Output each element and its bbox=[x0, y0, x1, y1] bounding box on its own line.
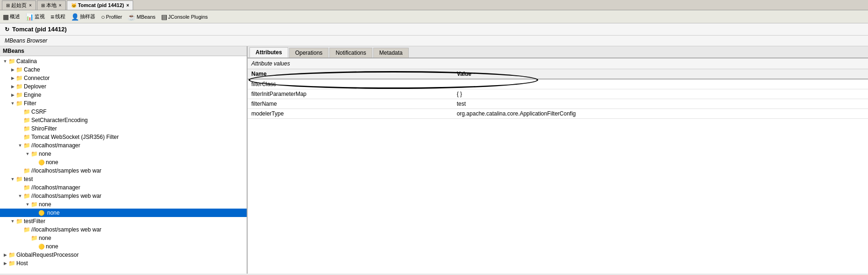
toolbar-jconsole[interactable]: ▤ JConsole Plugins bbox=[161, 13, 208, 21]
tree-node[interactable]: 📁none bbox=[0, 234, 247, 242]
tab-tomcat-close[interactable]: × bbox=[127, 3, 129, 8]
toolbar-threads[interactable]: ≡ 线程 bbox=[50, 13, 65, 21]
expand-icon[interactable]: ▼ bbox=[24, 202, 31, 207]
profiler-label: Profiler bbox=[106, 14, 122, 20]
expand-icon[interactable]: ▶ bbox=[9, 84, 16, 89]
tree-node[interactable]: 📁//localhost/manager bbox=[0, 183, 247, 192]
expand-icon[interactable]: ▼ bbox=[17, 194, 23, 198]
threads-label: 线程 bbox=[55, 13, 65, 20]
node-label: //localhost/manager bbox=[31, 184, 80, 191]
title-bar: ↻ Tomcat (pid 14412) bbox=[0, 23, 868, 36]
expand-icon[interactable]: ▼ bbox=[24, 152, 31, 156]
attr-name-cell: filterClass bbox=[248, 79, 453, 89]
tab-local-label: 本地 bbox=[46, 2, 57, 9]
tree-node[interactable]: ▼📁none bbox=[0, 150, 247, 158]
tree-node[interactable]: ▶📁Deplover bbox=[0, 82, 247, 91]
tab-start[interactable]: ⊞ 起始页 × bbox=[2, 0, 36, 10]
tree-node[interactable]: ▶📁Connector bbox=[0, 74, 247, 82]
tab-start-close[interactable]: × bbox=[29, 3, 32, 8]
expand-icon[interactable]: ▼ bbox=[17, 143, 23, 148]
tab-tomcat-icon: 🐱 bbox=[71, 3, 77, 8]
tree-node[interactable]: ▼📁Filter bbox=[0, 99, 247, 108]
attr-name-cell: filterName bbox=[248, 99, 453, 109]
expand-icon[interactable]: ▶ bbox=[9, 93, 16, 97]
tree-node[interactable]: 📁Tomcat WebSocket (JSR356) Filter bbox=[0, 133, 247, 141]
expand-icon[interactable]: ▶ bbox=[9, 67, 16, 72]
node-label: ShiroFilter bbox=[31, 125, 57, 132]
tree-node[interactable]: ▼📁testFilter bbox=[0, 217, 247, 225]
table-row[interactable]: filterNametest bbox=[248, 99, 868, 109]
node-label: //localhost/samples web war bbox=[31, 167, 101, 174]
tree-node[interactable]: 🟡none bbox=[0, 158, 247, 166]
tab-start-label: 起始页 bbox=[11, 2, 27, 9]
tree-area[interactable]: ▼📁Catalina▶📁Cache▶📁Connector▶📁Deplover▶📁… bbox=[0, 56, 247, 274]
node-label: SetCharacterEncoding bbox=[31, 117, 88, 123]
tree-node[interactable]: 📁ShiroFilter bbox=[0, 124, 247, 133]
toolbar-profiler[interactable]: ○ Profiler bbox=[101, 13, 122, 21]
tab-local-close[interactable]: × bbox=[59, 3, 62, 8]
toolbar-sampler[interactable]: 👤 抽样器 bbox=[71, 13, 95, 21]
tree-node[interactable]: ▼📁//localhost/manager bbox=[0, 141, 247, 150]
tree-node[interactable]: ▶📁GlobalRequestProcessor bbox=[0, 251, 247, 259]
expand-icon[interactable]: ▼ bbox=[2, 59, 8, 64]
tab-local[interactable]: ⊞ 本地 × bbox=[37, 0, 66, 10]
tab-tomcat[interactable]: 🐱 Tomcat (pid 14412) × bbox=[67, 0, 134, 10]
toolbar-overview[interactable]: ▦ 概述 bbox=[3, 13, 20, 21]
tab-tomcat-label: Tomcat (pid 14412) bbox=[78, 2, 124, 8]
tree-node[interactable]: 🟡none bbox=[0, 242, 247, 251]
folder-icon: 📁 bbox=[23, 109, 30, 115]
attr-value-cell[interactable] bbox=[453, 79, 868, 89]
tree-node[interactable]: ▼📁Catalina bbox=[0, 57, 247, 65]
tab-metadata[interactable]: Metadata bbox=[373, 48, 409, 58]
expand-icon[interactable]: ▶ bbox=[9, 76, 16, 80]
folder-icon: 📁 bbox=[8, 260, 15, 267]
folder-icon: 📁 bbox=[16, 176, 23, 182]
attr-value-cell[interactable]: test bbox=[453, 99, 868, 109]
attr-value-cell[interactable]: org.apache.catalina.core.ApplicationFilt… bbox=[453, 109, 868, 119]
tree-node[interactable]: 📁//localhost/samples web war bbox=[0, 225, 247, 234]
toolbar: ▦ 概述 📊 监视 ≡ 线程 👤 抽样器 ○ Profiler ☕ MBeans… bbox=[0, 10, 868, 23]
folder-icon: 📁 bbox=[23, 193, 30, 199]
expand-icon[interactable]: ▼ bbox=[9, 219, 16, 224]
table-row[interactable]: filterClass bbox=[248, 79, 868, 89]
expand-icon[interactable]: ▶ bbox=[2, 261, 8, 266]
tree-node[interactable]: ▼📁none bbox=[0, 200, 247, 209]
tab-notifications[interactable]: Notifications bbox=[329, 48, 372, 58]
tree-node[interactable]: 📁//localhost/samples web war bbox=[0, 166, 247, 175]
tree-node[interactable]: ▶📁Cache bbox=[0, 65, 247, 74]
tab-operations[interactable]: Operations bbox=[289, 48, 329, 58]
attr-name-cell: modelerType bbox=[248, 109, 453, 119]
refresh-icon[interactable]: ↻ bbox=[5, 26, 9, 33]
tree-node[interactable]: 📁CSRF bbox=[0, 108, 247, 116]
node-label: none bbox=[39, 201, 51, 208]
tree-node[interactable]: ▶📁Host bbox=[0, 259, 247, 268]
content-area: Attribute values Name Value filterClassf… bbox=[248, 58, 868, 274]
table-row[interactable]: filterInitParameterMap{ } bbox=[248, 89, 868, 99]
attr-value-cell[interactable]: { } bbox=[453, 89, 868, 99]
folder-icon: 📁 bbox=[16, 66, 23, 73]
tree-node[interactable]: 📁SetCharacterEncoding bbox=[0, 116, 247, 124]
tree-node[interactable]: 🟡none bbox=[0, 209, 247, 217]
attr-table: Name Value filterClassfilterInitParamete… bbox=[248, 69, 868, 119]
expand-icon[interactable]: ▼ bbox=[9, 177, 16, 181]
toolbar-mbeans[interactable]: ☕ MBeans bbox=[128, 13, 155, 21]
node-label: testFilter bbox=[24, 218, 45, 224]
col-value-header: Value bbox=[453, 69, 868, 79]
tab-attributes[interactable]: Attributes bbox=[249, 47, 288, 58]
mbeans-label: MBeans bbox=[136, 14, 155, 20]
leaf-icon: 🟡 bbox=[38, 244, 45, 250]
toolbar-monitor[interactable]: 📊 监视 bbox=[26, 13, 45, 21]
main-content: MBeans ▼📁Catalina▶📁Cache▶📁Connector▶📁Dep… bbox=[0, 46, 868, 274]
table-row[interactable]: modelerTypeorg.apache.catalina.core.Appl… bbox=[248, 109, 868, 119]
folder-icon: 📁 bbox=[8, 252, 15, 258]
tab-start-icon: ⊞ bbox=[6, 3, 10, 8]
expand-icon[interactable]: ▼ bbox=[9, 101, 16, 106]
profiler-icon: ○ bbox=[101, 13, 105, 21]
tree-node[interactable]: ▼📁//localhost/samples web war bbox=[0, 192, 247, 200]
section-title: Attribute values bbox=[248, 58, 868, 69]
node-label: test bbox=[24, 176, 33, 182]
expand-icon[interactable]: ▶ bbox=[2, 253, 8, 257]
tree-node[interactable]: ▶📁Engine bbox=[0, 91, 247, 99]
tree-node[interactable]: ▼📁test bbox=[0, 175, 247, 183]
leaf-icon: 🟡 bbox=[38, 159, 45, 166]
